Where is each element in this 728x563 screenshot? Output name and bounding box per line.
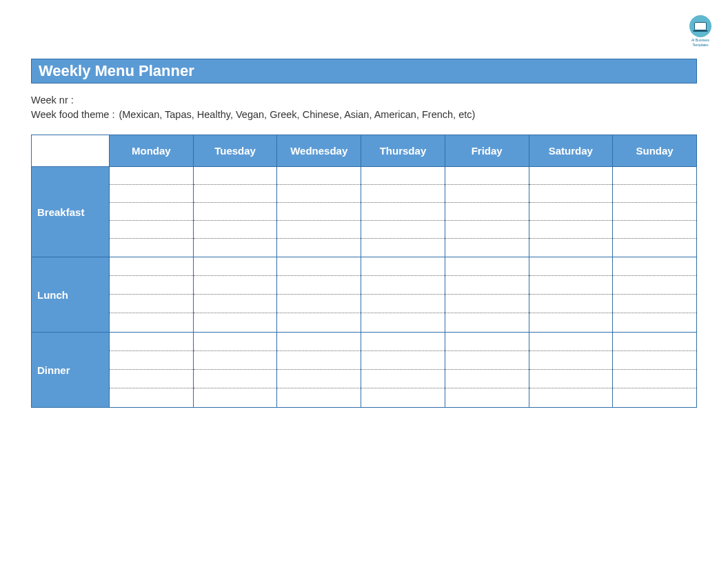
entry-line[interactable] [445, 257, 529, 276]
entry-line[interactable] [110, 203, 193, 221]
cell-lunch-thursday[interactable] [361, 257, 445, 333]
cell-lunch-friday[interactable] [445, 257, 529, 333]
entry-line[interactable] [529, 167, 613, 185]
cell-dinner-thursday[interactable] [361, 333, 445, 408]
entry-line[interactable] [277, 221, 361, 239]
entry-line[interactable] [613, 239, 696, 257]
entry-line[interactable] [194, 276, 277, 295]
entry-line[interactable] [110, 167, 193, 185]
entry-line[interactable] [529, 295, 613, 313]
entry-line[interactable] [277, 276, 361, 295]
entry-line[interactable] [613, 351, 696, 370]
cell-breakfast-friday[interactable] [445, 167, 529, 257]
entry-line[interactable] [445, 203, 529, 221]
entry-line[interactable] [529, 333, 613, 351]
entry-line[interactable] [445, 167, 529, 185]
cell-breakfast-thursday[interactable] [361, 167, 445, 257]
entry-line[interactable] [277, 333, 361, 351]
cell-breakfast-wednesday[interactable] [277, 167, 361, 257]
entry-line[interactable] [445, 276, 529, 295]
entry-line[interactable] [194, 185, 277, 203]
entry-line[interactable] [110, 388, 193, 407]
cell-lunch-wednesday[interactable] [277, 257, 361, 333]
entry-line[interactable] [194, 313, 277, 332]
entry-line[interactable] [613, 388, 696, 407]
entry-line[interactable] [194, 257, 277, 276]
entry-line[interactable] [277, 257, 361, 276]
entry-line[interactable] [361, 167, 445, 185]
entry-line[interactable] [613, 167, 696, 185]
entry-line[interactable] [194, 295, 277, 313]
entry-line[interactable] [445, 239, 529, 257]
entry-line[interactable] [194, 388, 277, 407]
cell-breakfast-monday[interactable] [110, 167, 194, 257]
entry-line[interactable] [361, 257, 445, 276]
entry-line[interactable] [613, 185, 696, 203]
entry-line[interactable] [361, 370, 445, 388]
entry-line[interactable] [529, 221, 613, 239]
entry-line[interactable] [277, 313, 361, 332]
cell-dinner-saturday[interactable] [529, 333, 613, 408]
entry-line[interactable] [613, 333, 696, 351]
entry-line[interactable] [277, 185, 361, 203]
cell-dinner-friday[interactable] [445, 333, 529, 408]
entry-line[interactable] [110, 313, 193, 332]
entry-line[interactable] [110, 276, 193, 295]
entry-line[interactable] [529, 185, 613, 203]
entry-line[interactable] [529, 370, 613, 388]
entry-line[interactable] [110, 351, 193, 370]
entry-line[interactable] [277, 203, 361, 221]
cell-lunch-sunday[interactable] [613, 257, 697, 333]
entry-line[interactable] [445, 351, 529, 370]
entry-line[interactable] [361, 295, 445, 313]
entry-line[interactable] [110, 333, 193, 351]
entry-line[interactable] [529, 239, 613, 257]
entry-line[interactable] [613, 257, 696, 276]
entry-line[interactable] [529, 388, 613, 407]
entry-line[interactable] [613, 295, 696, 313]
entry-line[interactable] [613, 221, 696, 239]
entry-line[interactable] [194, 221, 277, 239]
entry-line[interactable] [529, 257, 613, 276]
entry-line[interactable] [277, 370, 361, 388]
cell-dinner-monday[interactable] [110, 333, 194, 408]
entry-line[interactable] [277, 167, 361, 185]
entry-line[interactable] [194, 203, 277, 221]
entry-line[interactable] [445, 370, 529, 388]
entry-line[interactable] [613, 203, 696, 221]
entry-line[interactable] [613, 313, 696, 332]
entry-line[interactable] [277, 239, 361, 257]
entry-line[interactable] [361, 276, 445, 295]
entry-line[interactable] [613, 370, 696, 388]
cell-lunch-monday[interactable] [110, 257, 194, 333]
entry-line[interactable] [277, 388, 361, 407]
entry-line[interactable] [194, 239, 277, 257]
entry-line[interactable] [361, 313, 445, 332]
entry-line[interactable] [110, 239, 193, 257]
entry-line[interactable] [529, 276, 613, 295]
cell-lunch-tuesday[interactable] [193, 257, 277, 333]
entry-line[interactable] [361, 388, 445, 407]
entry-line[interactable] [110, 221, 193, 239]
entry-line[interactable] [361, 185, 445, 203]
entry-line[interactable] [529, 313, 613, 332]
entry-line[interactable] [613, 276, 696, 295]
entry-line[interactable] [361, 203, 445, 221]
entry-line[interactable] [361, 221, 445, 239]
entry-line[interactable] [110, 185, 193, 203]
entry-line[interactable] [361, 239, 445, 257]
cell-breakfast-tuesday[interactable] [193, 167, 277, 257]
entry-line[interactable] [194, 333, 277, 351]
entry-line[interactable] [445, 185, 529, 203]
entry-line[interactable] [361, 333, 445, 351]
entry-line[interactable] [277, 351, 361, 370]
cell-dinner-wednesday[interactable] [277, 333, 361, 408]
cell-breakfast-sunday[interactable] [613, 167, 697, 257]
cell-lunch-saturday[interactable] [529, 257, 613, 333]
entry-line[interactable] [194, 167, 277, 185]
cell-breakfast-saturday[interactable] [529, 167, 613, 257]
entry-line[interactable] [110, 257, 193, 276]
entry-line[interactable] [445, 333, 529, 351]
entry-line[interactable] [445, 388, 529, 407]
entry-line[interactable] [194, 351, 277, 370]
